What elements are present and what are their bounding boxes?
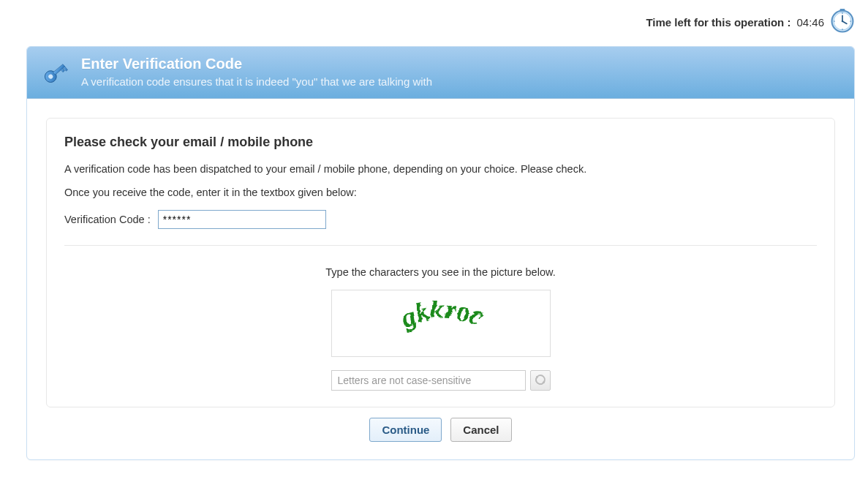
panel-title: Enter Verification Code [81, 56, 432, 72]
svg-rect-9 [840, 9, 845, 11]
divider [64, 245, 817, 246]
panel-body: Please check your email / mobile phone A… [27, 99, 854, 459]
code-row: Verification Code : [64, 210, 817, 229]
captcha-refresh-button[interactable] [530, 370, 551, 391]
captcha-image: gkkroc [331, 290, 551, 357]
refresh-icon [535, 374, 546, 388]
panel-header-text: Enter Verification Code A verification c… [81, 56, 432, 88]
captcha-text: gkkroc [394, 293, 487, 331]
captcha-input-row [331, 370, 551, 391]
verification-code-input[interactable] [158, 210, 326, 229]
timer-value: 04:46 [796, 16, 824, 29]
verification-card: Please check your email / mobile phone A… [46, 118, 835, 407]
timer-label: Time left for this operation : [646, 16, 790, 29]
clock-icon [830, 9, 855, 36]
svg-text:gkkroc: gkkroc [394, 293, 487, 331]
svg-point-5 [834, 20, 835, 22]
key-icon [40, 57, 71, 88]
panel-subtitle: A verification code ensures that it is i… [81, 75, 432, 88]
receive-text: Once you receive the code, enter it in t… [64, 187, 817, 198]
card-heading: Please check your email / mobile phone [64, 135, 817, 150]
panel-header: Enter Verification Code A verification c… [27, 47, 854, 99]
timer-bar: Time left for this operation : 04:46 [0, 0, 868, 43]
svg-point-4 [842, 29, 843, 30]
verification-panel: Enter Verification Code A verification c… [26, 46, 855, 460]
cancel-button[interactable]: Cancel [450, 418, 511, 442]
code-label: Verification Code : [64, 214, 151, 225]
dispatched-text: A verification code has been dispatched … [64, 163, 817, 175]
button-row: Continue Cancel [46, 407, 835, 452]
svg-point-2 [842, 12, 843, 14]
captcha-section: Type the characters you see in the pictu… [64, 266, 817, 391]
captcha-input[interactable] [331, 370, 526, 391]
continue-button[interactable]: Continue [369, 418, 442, 442]
captcha-instruction: Type the characters you see in the pictu… [64, 266, 817, 278]
svg-point-8 [842, 20, 844, 23]
svg-point-3 [850, 20, 851, 22]
